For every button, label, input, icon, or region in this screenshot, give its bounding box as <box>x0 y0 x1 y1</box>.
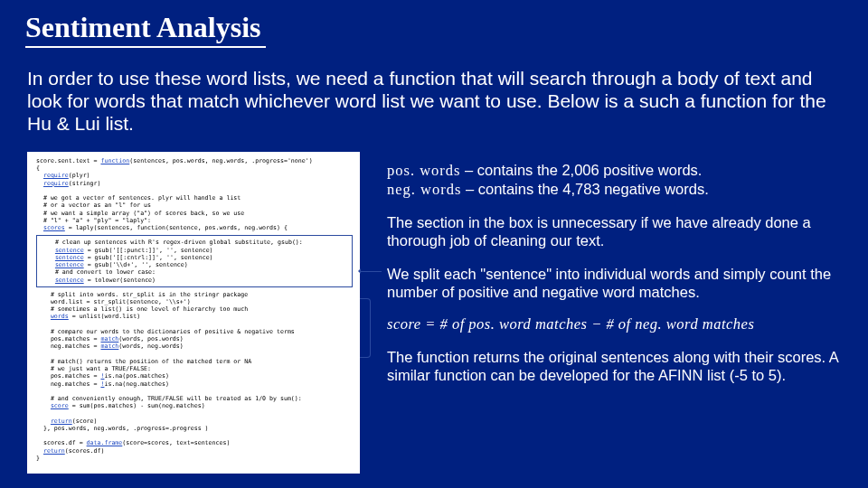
code-block: score.sent.text = function(sentences, po… <box>36 157 353 231</box>
score-formula: score = # of pos. word matches − # of ne… <box>387 315 846 333</box>
code-screenshot: score.sent.text = function(sentences, po… <box>27 152 360 474</box>
slide-intro-text: In order to use these word lists, we nee… <box>27 67 841 136</box>
split-explanation: We split each "sentence" into individual… <box>387 265 846 301</box>
arrow-annotation <box>360 271 382 272</box>
highlighted-code-box: # clean up sentences with R's regex-driv… <box>36 235 353 286</box>
final-explanation: The function returns the original senten… <box>387 348 846 384</box>
box-explanation: The section in the box is unnecessary if… <box>387 213 846 249</box>
poswords-text: – contains the 2,006 positive words. <box>461 162 703 178</box>
slide-title: Sentiment Analysis <box>25 11 266 48</box>
brace-annotation <box>360 298 371 358</box>
wordlist-counts: pos. words – contains the 2,006 positive… <box>387 161 846 199</box>
negwords-text: – contains the 4,783 negative words. <box>461 181 708 197</box>
annotation-column: pos. words – contains the 2,006 positive… <box>387 161 846 399</box>
poswords-label: pos. words <box>387 162 461 179</box>
negwords-label: neg. words <box>387 181 461 198</box>
